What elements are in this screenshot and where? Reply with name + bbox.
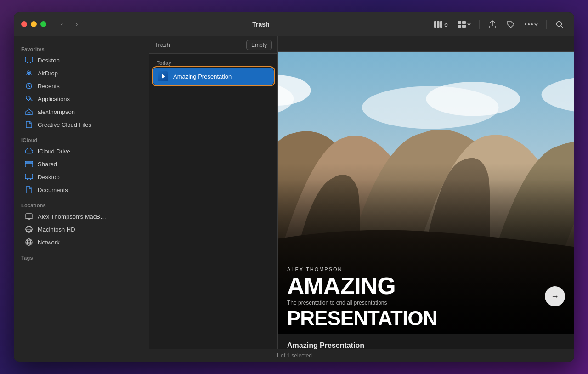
sidebar-item-label: Desktop	[38, 57, 60, 64]
chevron-down-icon	[467, 23, 471, 26]
sidebar-item-label: Alex Thompson's MacB…	[38, 213, 106, 220]
keynote-overlay: ALEX THOMPSON AMAZING The presentation t…	[278, 179, 574, 334]
empty-button[interactable]: Empty	[246, 40, 272, 50]
shared-icon	[25, 160, 33, 168]
close-button[interactable]	[21, 21, 27, 27]
sidebar: Favorites Desktop	[14, 36, 149, 349]
svg-rect-0	[434, 21, 436, 28]
title-bar: ‹ › Trash	[14, 12, 574, 36]
sidebar-item-desktop-fav[interactable]: Desktop	[17, 54, 145, 67]
tag-icon	[507, 20, 515, 28]
breadcrumb: Trash	[155, 41, 170, 48]
sidebar-item-airdrop[interactable]: AirDrop	[17, 67, 145, 79]
more-button[interactable]	[522, 18, 541, 31]
finder-window: ‹ › Trash	[14, 12, 574, 362]
group-button[interactable]	[455, 18, 474, 31]
desktop-icloud-icon	[25, 173, 33, 181]
file-info-name: Amazing Presentation	[287, 341, 565, 349]
harddrive-icon	[25, 225, 33, 233]
share-button[interactable]	[485, 18, 500, 31]
columns-icon	[434, 21, 442, 28]
forward-button[interactable]: ›	[70, 18, 83, 31]
file-list-panel: Trash Empty Today Amazing Presentation	[149, 36, 278, 349]
sidebar-item-label: Desktop	[38, 174, 60, 181]
recents-icon	[25, 82, 33, 90]
file-info: Amazing Presentation Keynote Presentatio…	[278, 334, 574, 349]
back-button[interactable]: ‹	[56, 18, 68, 31]
desktop-icon	[25, 56, 33, 64]
sidebar-item-label: Macintosh HD	[38, 226, 75, 233]
svg-rect-2	[440, 21, 442, 28]
main-content: Favorites Desktop	[14, 36, 574, 349]
sidebar-item-label: iCloud Drive	[38, 148, 70, 155]
documents-icon	[25, 186, 33, 194]
presenter-name: ALEX THOMPSON	[287, 266, 565, 272]
window-title: Trash	[90, 21, 431, 28]
sidebar-item-shared[interactable]: Shared	[17, 158, 145, 170]
nav-arrows: ‹ ›	[56, 18, 83, 31]
maximize-button[interactable]	[40, 21, 46, 27]
keynote-file-icon	[158, 71, 169, 82]
search-button[interactable]	[552, 18, 567, 31]
file-item-name: Amazing Presentation	[173, 73, 232, 80]
toolbar-right	[431, 18, 567, 31]
date-group-today: Today	[153, 57, 274, 68]
sidebar-item-label: Applications	[38, 96, 70, 102]
sidebar-item-label: Documents	[38, 187, 68, 193]
sidebar-item-applications[interactable]: Applications	[17, 92, 145, 105]
sidebar-item-desktop-icloud[interactable]: Desktop	[17, 170, 145, 183]
keynote-preview-image: ALEX THOMPSON AMAZING The presentation t…	[278, 52, 574, 334]
share-icon	[489, 20, 496, 28]
svg-point-7	[509, 22, 510, 23]
status-bar: 1 of 1 selected	[14, 349, 574, 362]
document-icon	[25, 120, 33, 129]
grid-icon	[458, 21, 466, 28]
locations-header: Locations	[14, 196, 149, 210]
sidebar-item-macintosh-hd[interactable]: Macintosh HD	[17, 223, 145, 236]
svg-line-19	[30, 98, 32, 101]
chevron-down-icon-2	[534, 23, 538, 26]
svg-point-31	[30, 230, 31, 231]
presentation-title-big2: PRESENTATION	[287, 310, 565, 327]
chevron-up-down-icon	[444, 22, 448, 27]
sidebar-item-documents[interactable]: Documents	[17, 183, 145, 196]
file-list-content: Today Amazing Presentation	[149, 54, 277, 349]
sidebar-item-recents[interactable]: Recents	[17, 79, 145, 92]
sidebar-item-label: Recents	[38, 83, 60, 90]
svg-point-42	[426, 82, 520, 116]
file-item-amazing-presentation[interactable]: Amazing Presentation	[153, 68, 274, 85]
sidebar-item-home[interactable]: alexthompson	[17, 105, 145, 118]
search-icon	[555, 20, 564, 28]
sidebar-item-label: Network	[38, 239, 60, 246]
network-icon	[25, 238, 33, 246]
svg-point-10	[531, 23, 533, 25]
presentation-title-big: AMAZING	[287, 274, 565, 298]
laptop-icon	[25, 212, 33, 221]
svg-rect-4	[462, 21, 466, 24]
sidebar-item-label: AirDrop	[38, 70, 58, 77]
airdrop-icon	[25, 69, 33, 77]
svg-rect-22	[25, 161, 33, 163]
icloud-header: iCloud	[14, 131, 149, 145]
svg-rect-23	[25, 174, 33, 179]
sidebar-item-network[interactable]: Network	[17, 236, 145, 249]
column-view-button[interactable]	[431, 18, 451, 31]
tag-button[interactable]	[503, 18, 518, 31]
svg-line-12	[561, 26, 563, 28]
toolbar-divider	[479, 20, 480, 29]
breadcrumb-bar: Trash Empty	[149, 36, 277, 54]
minimize-button[interactable]	[31, 21, 37, 27]
svg-point-9	[528, 23, 530, 25]
applications-icon	[25, 95, 33, 103]
sidebar-item-label: alexthompson	[38, 108, 75, 115]
svg-rect-6	[462, 25, 466, 28]
sidebar-item-icloud-drive[interactable]: iCloud Drive	[17, 145, 145, 158]
sidebar-item-creative-cloud[interactable]: Creative Cloud Files	[17, 118, 145, 131]
play-button[interactable]: →	[545, 286, 565, 306]
icloud-drive-icon	[25, 147, 33, 155]
tags-header: Tags	[14, 249, 149, 262]
favorites-header: Favorites	[14, 40, 149, 54]
sidebar-item-macbook[interactable]: Alex Thompson's MacB…	[17, 210, 145, 223]
presentation-subtitle: The presentation to end all presentation…	[287, 300, 565, 306]
sidebar-item-label: Shared	[38, 161, 57, 168]
